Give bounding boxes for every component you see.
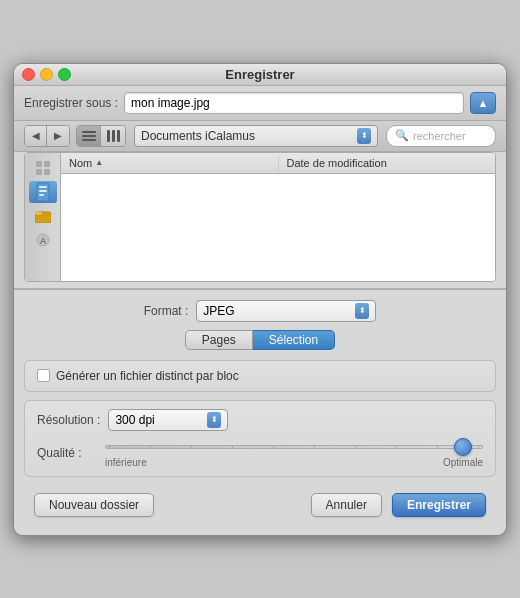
quality-label: Qualité : [37, 446, 97, 460]
chevron-down-icon: ⬍ [359, 306, 366, 315]
tick [437, 445, 438, 449]
options-section: Générer un fichier distinct par bloc [24, 360, 496, 392]
quality-slider-container: inférieure Optimale [105, 439, 483, 468]
column-view-icon [104, 128, 123, 144]
forward-button[interactable]: ▶ [47, 126, 69, 146]
column-view-button[interactable] [101, 126, 125, 146]
list-view-icon [80, 128, 98, 144]
column-headers: Nom ▲ Date de modification [61, 153, 495, 174]
footer-right: Annuler Enregistrer [311, 493, 486, 517]
pages-tab[interactable]: Pages [185, 330, 253, 350]
resolution-value: 300 dpi [115, 413, 154, 427]
col-date-label: Date de modification [287, 157, 387, 169]
back-forward-buttons: ◀ ▶ [24, 125, 70, 147]
resolution-label: Résolution : [37, 413, 100, 427]
sidebar-icon-4[interactable]: A [29, 229, 57, 251]
search-box[interactable]: 🔍 rechercher [386, 125, 496, 147]
save-button[interactable]: Enregistrer [392, 493, 486, 517]
list-view-button[interactable] [77, 126, 101, 146]
back-icon: ◀ [32, 130, 40, 141]
tick [355, 445, 356, 449]
checkbox-row: Générer un fichier distinct par bloc [37, 369, 483, 383]
resolution-section: Résolution : 300 dpi ⬍ Qualité : [24, 400, 496, 477]
svg-text:A: A [39, 236, 45, 246]
resolution-row: Résolution : 300 dpi ⬍ [37, 409, 483, 431]
file-content-area[interactable] [61, 174, 495, 281]
format-value: JPEG [203, 304, 234, 318]
slider-labels: inférieure Optimale [105, 457, 483, 468]
filename-input[interactable] [124, 92, 464, 114]
selection-tab[interactable]: Sélection [253, 330, 335, 350]
cancel-button[interactable]: Annuler [311, 493, 382, 517]
file-browser: A Nom ▲ Date de modification [24, 152, 496, 282]
location-dropdown-arrow: ⬍ [357, 128, 371, 144]
eject-button[interactable]: ▲ [470, 92, 496, 114]
forward-icon: ▶ [54, 130, 62, 141]
slider-thumb[interactable] [454, 438, 472, 456]
maximize-button[interactable] [58, 68, 71, 81]
location-text: Documents iCalamus [141, 129, 255, 143]
footer: Nouveau dossier Annuler Enregistrer [24, 487, 496, 525]
quality-row: Qualité : [37, 439, 483, 468]
col-nom-label: Nom [69, 157, 92, 169]
distinct-file-checkbox[interactable] [37, 369, 50, 382]
sidebar-icon-2[interactable] [29, 181, 57, 203]
tick [273, 445, 274, 449]
tick [232, 445, 233, 449]
tick [314, 445, 315, 449]
filename-label: Enregistrer sous : [24, 96, 118, 110]
new-folder-button[interactable]: Nouveau dossier [34, 493, 154, 517]
options-panel: Format : JPEG ⬍ Pages Sélection Générer … [14, 288, 506, 535]
quality-slider-track[interactable] [105, 439, 483, 455]
sidebar: A [25, 153, 61, 281]
svg-rect-7 [39, 194, 44, 196]
chevron-icon: ⬍ [361, 131, 368, 140]
search-placeholder: rechercher [413, 130, 466, 142]
format-dropdown-arrow: ⬍ [355, 303, 369, 319]
tick [478, 445, 479, 449]
svg-rect-0 [36, 161, 42, 167]
footer-left: Nouveau dossier [34, 493, 154, 517]
sort-arrow: ▲ [95, 158, 103, 167]
slider-rail [105, 445, 483, 449]
svg-rect-2 [36, 169, 42, 175]
slider-max-label: Optimale [443, 457, 483, 468]
file-list: Nom ▲ Date de modification [61, 153, 495, 281]
window-controls [22, 68, 71, 81]
back-button[interactable]: ◀ [25, 126, 47, 146]
format-label: Format : [144, 304, 189, 318]
format-row: Format : JPEG ⬍ [24, 300, 496, 322]
slider-min-label: inférieure [105, 457, 147, 468]
svg-rect-5 [39, 186, 47, 188]
svg-rect-1 [44, 161, 50, 167]
tick [109, 445, 110, 449]
eject-icon: ▲ [478, 97, 489, 109]
chevron-icon-res: ⬍ [211, 415, 218, 424]
resolution-dropdown[interactable]: 300 dpi ⬍ [108, 409, 228, 431]
svg-rect-9 [35, 212, 42, 215]
tick [150, 445, 151, 449]
col-header-date[interactable]: Date de modification [278, 155, 496, 171]
close-button[interactable] [22, 68, 35, 81]
svg-rect-3 [44, 169, 50, 175]
col-header-nom[interactable]: Nom ▲ [61, 155, 278, 171]
tick [191, 445, 192, 449]
format-dropdown[interactable]: JPEG ⬍ [196, 300, 376, 322]
navigation-row: ◀ ▶ Documents i [14, 121, 506, 152]
pages-selection-toggle: Pages Sélection [24, 330, 496, 350]
save-dialog: Enregistrer Enregistrer sous : ▲ ◀ ▶ [13, 63, 507, 536]
minimize-button[interactable] [40, 68, 53, 81]
window-title: Enregistrer [225, 67, 294, 82]
tick [396, 445, 397, 449]
svg-rect-6 [39, 190, 47, 192]
sidebar-icon-3[interactable] [29, 205, 57, 227]
view-toggle [76, 125, 126, 147]
titlebar: Enregistrer [14, 64, 506, 86]
location-dropdown[interactable]: Documents iCalamus ⬍ [134, 125, 378, 147]
filename-row: Enregistrer sous : ▲ [14, 86, 506, 121]
sidebar-icon-1[interactable] [29, 157, 57, 179]
search-icon: 🔍 [395, 129, 409, 142]
checkbox-label: Générer un fichier distinct par bloc [56, 369, 239, 383]
resolution-dropdown-arrow: ⬍ [207, 412, 221, 428]
